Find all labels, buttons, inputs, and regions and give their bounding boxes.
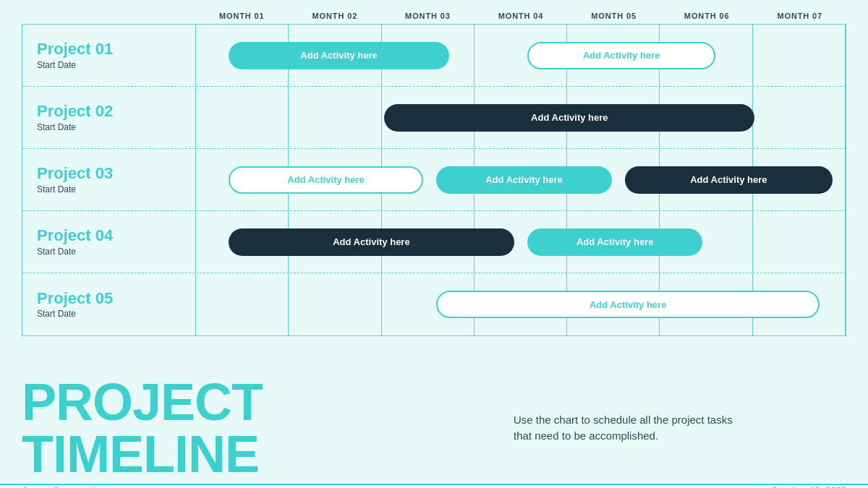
project-02-label: Project 02 Start Date (22, 87, 196, 148)
p01-activity-1[interactable]: Add Activity here (229, 42, 449, 69)
gantt-row-project-04: Project 04 Start Date Add Activity here (22, 211, 846, 273)
project-01-subtext: Start Date (37, 60, 184, 70)
p03-activity-3[interactable]: Add Activity here (625, 166, 833, 194)
title-block: PROJECT TIMELINE (22, 376, 499, 480)
p02-col2 (289, 87, 381, 148)
main-title: PROJECT TIMELINE (22, 376, 499, 480)
footer: Canva Corporation October 19, 2030 (0, 484, 868, 488)
project-03-subtext: Start Date (37, 184, 184, 194)
p05-col2 (289, 273, 381, 335)
p03-activity-2[interactable]: Add Activity here (436, 166, 611, 194)
p01-col7 (753, 25, 846, 86)
project-05-months: Add Activity here (196, 273, 846, 335)
p03-activity-2-label: Add Activity here (485, 174, 562, 185)
p05-activity-1-label: Add Activity here (590, 299, 666, 310)
project-01-label: Project 01 Start Date (22, 25, 196, 86)
p01-activity-2-label: Add Activity here (583, 50, 660, 61)
bottom-section: PROJECT TIMELINE Use the chart to schedu… (0, 369, 868, 484)
header-spacer (22, 7, 195, 24)
month-03-header: MONTH 03 (381, 7, 475, 24)
gantt-row-project-05: Project 05 Start Date Add Activity here (22, 273, 846, 335)
project-02-months: Add Activity here (196, 87, 846, 148)
p03-activity-1-label: Add Activity here (287, 174, 364, 185)
p05-col1 (196, 273, 289, 335)
p05-activity-1[interactable]: Add Activity here (436, 291, 820, 318)
gantt-grid: Project 01 Start Date Add Activity here (22, 24, 846, 336)
p02-col1 (196, 87, 289, 148)
project-05-name: Project 05 (37, 290, 184, 307)
project-01-name: Project 01 (37, 40, 184, 58)
p02-activity-1[interactable]: Add Activity here (384, 104, 754, 132)
description-text: Use the chart to schedule all the projec… (514, 412, 846, 445)
project-03-label: Project 03 Start Date (22, 149, 196, 210)
gantt-section: MONTH 01 MONTH 02 MONTH 03 MONTH 04 MONT… (0, 0, 868, 369)
gantt-row-project-02: Project 02 Start Date Add Activity here (22, 87, 846, 149)
month-07-header: MONTH 07 (753, 7, 846, 24)
p01-activity-2[interactable]: Add Activity here (527, 42, 715, 69)
gantt-row-project-01: Project 01 Start Date Add Activity here (22, 25, 846, 87)
project-01-months: Add Activity here Add Activity here (196, 25, 846, 86)
project-04-label: Project 04 Start Date (22, 211, 196, 273)
project-05-label: Project 05 Start Date (22, 273, 196, 335)
project-03-name: Project 03 (37, 165, 184, 182)
footer-date: October 19, 2030 (771, 485, 846, 488)
month-05-header: MONTH 05 (567, 7, 660, 24)
p03-activity-3-label: Add Activity here (690, 174, 767, 185)
header-months: MONTH 01 MONTH 02 MONTH 03 MONTH 04 MONT… (195, 7, 846, 24)
project-04-months: Add Activity here Add Activity here (196, 211, 846, 273)
footer-company: Canva Corporation (22, 485, 106, 488)
p04-activity-1[interactable]: Add Activity here (229, 228, 514, 256)
month-02-header: MONTH 02 (289, 7, 382, 24)
p04-activity-2-label: Add Activity here (576, 236, 653, 247)
p04-activity-1-label: Add Activity here (333, 236, 409, 247)
project-04-name: Project 04 (37, 227, 184, 244)
description-block: Use the chart to schedule all the projec… (499, 412, 846, 445)
main-container: MONTH 01 MONTH 02 MONTH 03 MONTH 04 MONT… (0, 0, 868, 488)
p02-col7 (753, 87, 846, 148)
project-02-name: Project 02 (37, 103, 184, 120)
p01-activity-1-label: Add Activity here (300, 50, 377, 61)
description-line2: that need to be accomplished. (514, 429, 658, 442)
month-01-header: MONTH 01 (195, 7, 289, 24)
p04-activity-2[interactable]: Add Activity here (527, 228, 702, 256)
month-06-header: MONTH 06 (660, 7, 754, 24)
p03-activity-1[interactable]: Add Activity here (229, 166, 423, 194)
project-04-subtext: Start Date (37, 247, 184, 257)
p02-activity-1-label: Add Activity here (531, 112, 608, 123)
project-05-subtext: Start Date (37, 309, 184, 319)
p04-col7 (753, 211, 846, 273)
project-03-months: Add Activity here Add Activity here Add … (196, 149, 846, 210)
month-header-row: MONTH 01 MONTH 02 MONTH 03 MONTH 04 MONT… (22, 7, 846, 24)
month-04-header: MONTH 04 (475, 7, 568, 24)
gantt-row-project-03: Project 03 Start Date Add Activity here (22, 149, 846, 211)
project-02-subtext: Start Date (37, 122, 184, 132)
description-line1: Use the chart to schedule all the projec… (514, 414, 733, 426)
